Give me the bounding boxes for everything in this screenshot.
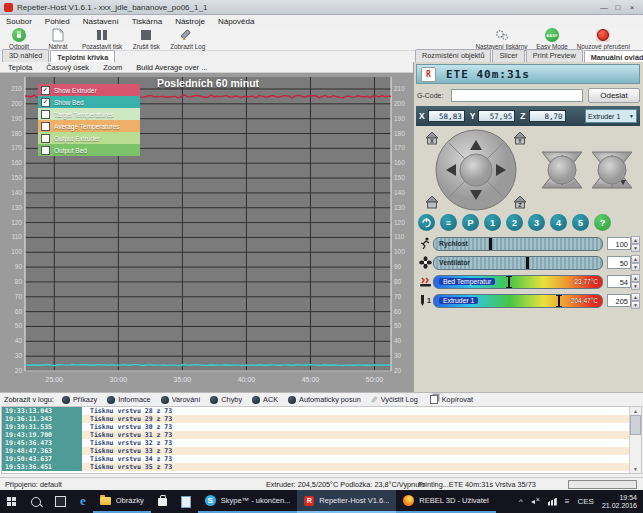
menu-item-3[interactable]: Tiskárna (132, 17, 162, 26)
legend-checkbox[interactable] (41, 122, 50, 131)
log-toggle-0[interactable]: Příkazy (62, 395, 97, 404)
tab-right-2[interactable]: Print Preview (526, 49, 583, 62)
gcode-input[interactable] (451, 89, 583, 102)
fan-value[interactable]: 50 (607, 256, 631, 269)
svg-text:180: 180 (11, 130, 22, 137)
tab-right-0[interactable]: Rozmístění objektů (415, 49, 491, 62)
preset-1-button[interactable]: 1 (484, 214, 501, 231)
scroll-thumb[interactable] (630, 415, 641, 435)
legend-checkbox[interactable] (41, 146, 50, 155)
title-bar[interactable]: Repetier-Host V1.6.1 - xxx_jdle_bananove… (0, 0, 643, 15)
extruder-target-value[interactable]: 205 (607, 294, 631, 307)
power-button[interactable] (418, 214, 435, 231)
legend-item-0[interactable]: ✓Show Extruder (38, 84, 140, 96)
park-button[interactable]: P (462, 214, 479, 231)
menu-item-0[interactable]: Soubor (6, 17, 32, 26)
tab-left-0[interactable]: 3D náhled (2, 49, 49, 62)
preset-5-button[interactable]: 5 (572, 214, 589, 231)
task-view-button[interactable] (48, 490, 73, 513)
menu-item-5[interactable]: Nápověda (218, 17, 254, 26)
svg-text:60: 60 (394, 308, 402, 315)
legend-checkbox[interactable] (41, 134, 50, 143)
volume-muted-icon[interactable] (531, 498, 540, 506)
preset-2-button[interactable]: 2 (506, 214, 523, 231)
document-taskbar-button[interactable] (174, 490, 198, 513)
log-toggle-3[interactable]: Chyby (210, 395, 242, 404)
store-taskbar-button[interactable] (151, 490, 174, 513)
log-toggle-5[interactable]: Automaticky posun (288, 395, 361, 404)
edge-taskbar-button[interactable]: e (73, 490, 93, 513)
legend-item-4[interactable]: Output Extruder (38, 132, 140, 144)
clock[interactable]: 19:54 21.02.2016 (602, 494, 637, 510)
help-button[interactable]: ? (594, 214, 611, 231)
printer-settings-button[interactable]: Nastavení tiskárny (475, 28, 527, 50)
chart-menu-item-0[interactable]: Teplota (8, 63, 32, 72)
easy-mode-button[interactable]: EASY Easy Mode (536, 28, 568, 50)
preset-4-button[interactable]: 4 (550, 214, 567, 231)
taskbar-search-button[interactable] (24, 490, 48, 513)
legend-item-2[interactable]: Target Temperatures (38, 108, 140, 120)
bed-target-value[interactable]: 54 (607, 275, 631, 288)
action-center-icon[interactable]: ≡ (565, 497, 570, 506)
log-toggle-2[interactable]: Varování (161, 395, 201, 404)
speed-value[interactable]: 100 (607, 237, 631, 250)
close-button[interactable]: × (625, 3, 639, 12)
log-toggle-1[interactable]: Informace (107, 395, 150, 404)
extruder-select[interactable]: Extruder 1▼ (585, 109, 637, 123)
pause-icon (95, 28, 110, 42)
home-all-button (426, 196, 438, 208)
extruder-stepper[interactable]: ▲▼ (631, 293, 640, 308)
menu-item-4[interactable]: Nástroje (175, 17, 205, 26)
bed-stepper[interactable]: ▲▼ (631, 274, 640, 289)
chart-menu-item-3[interactable]: Build Average over ... (136, 63, 207, 72)
maximize-button[interactable]: □ (611, 3, 625, 12)
tab-right-1[interactable]: Slicer (492, 49, 524, 62)
copy-log-button[interactable]: Kopírovat (430, 395, 473, 404)
bed-temp-slider[interactable]: Bed Temperatur 23,77°C (433, 275, 603, 289)
clear-log-icon (371, 396, 378, 403)
fan-slider[interactable]: Ventilátor (433, 256, 603, 270)
legend-item-5[interactable]: Output Bed (38, 144, 140, 156)
scroll-down-icon[interactable]: ▼ (633, 465, 638, 473)
start-button[interactable] (0, 490, 24, 513)
legend-item-3[interactable]: Average Temperatures (38, 120, 140, 132)
extruder-temp-slider[interactable]: Extruder 1 204,47°C (433, 294, 603, 308)
send-button[interactable]: Odeslat (588, 88, 640, 103)
log-toggle-4[interactable]: ACK (252, 395, 278, 404)
firefox-taskbar-button[interactable]: REBEL 3D - Uživatel... (396, 490, 496, 513)
svg-text:35:00: 35:00 (174, 376, 192, 383)
show-log-button[interactable]: Zobrazit Log (170, 28, 205, 50)
repetier-taskbar-button[interactable]: RRepetier-Host V1.6... (297, 490, 396, 513)
explorer-taskbar-button[interactable]: Obrázky (93, 490, 151, 513)
menu-item-2[interactable]: Nastavení (83, 17, 119, 26)
chart-menu-item-2[interactable]: Zoom (103, 63, 122, 72)
skype-taskbar-button[interactable]: SSkype™ - ukončen... (198, 490, 298, 513)
legend-label: Output Bed (54, 147, 87, 154)
cancel-print-button[interactable]: Zrušit tisk (131, 28, 161, 50)
load-button[interactable]: Nahrát (43, 28, 73, 50)
tray-chevron-icon[interactable]: ^ (519, 497, 523, 506)
speed-slider[interactable]: Rychlost (433, 237, 603, 251)
legend-checkbox[interactable]: ✓ (41, 86, 50, 95)
svg-text:40:00: 40:00 (238, 376, 256, 383)
network-icon[interactable] (548, 498, 557, 506)
preset-3-button[interactable]: 3 (528, 214, 545, 231)
motors-off-button[interactable]: ≡ (440, 214, 457, 231)
home-x-button: X (426, 132, 438, 144)
disconnect-button[interactable]: Odpojit (4, 28, 34, 50)
fan-stepper[interactable]: ▲▼ (631, 255, 640, 270)
legend-item-1[interactable]: ✓Show Bed (38, 96, 140, 108)
chart-menu-item-1[interactable]: Časový úsek (46, 63, 89, 72)
scroll-up-icon[interactable]: ▲ (633, 407, 638, 415)
legend-checkbox[interactable]: ✓ (41, 98, 50, 107)
emergency-stop-button[interactable]: Nouzové přerušení (577, 28, 630, 50)
pause-print-button[interactable]: Pozastavit tisk (82, 28, 122, 50)
clear-log-button[interactable]: Vyčistit Log (371, 395, 418, 404)
jog-controls[interactable]: X Y Z (416, 128, 642, 212)
speed-stepper[interactable]: ▲▼ (631, 236, 640, 251)
legend-checkbox[interactable] (41, 110, 50, 119)
menu-item-1[interactable]: Pohled (45, 17, 70, 26)
language-indicator[interactable]: CES (578, 497, 594, 506)
log-scrollbar[interactable]: ▲ ▼ (629, 407, 641, 473)
minimize-button[interactable]: — (597, 3, 611, 12)
